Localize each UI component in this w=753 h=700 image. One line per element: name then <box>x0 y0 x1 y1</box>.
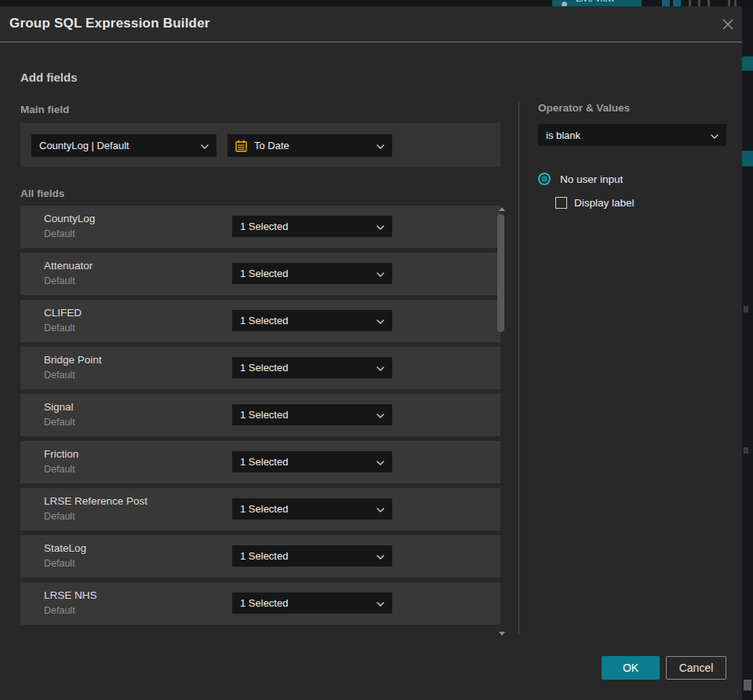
field-name: LRSE NHS <box>44 589 97 601</box>
toolbar-fragment <box>698 0 700 6</box>
screen: Live view Group SQL Expression Builder A… <box>0 0 753 700</box>
chevron-down-icon <box>376 315 384 326</box>
no-user-input-option[interactable]: No user input <box>538 173 623 185</box>
live-view-label: Live view <box>576 0 614 4</box>
field-values-select[interactable]: 1 Selected <box>232 545 392 567</box>
chevron-down-icon <box>376 362 384 374</box>
field-values-select-value: 1 Selected <box>240 409 376 421</box>
field-values-select-value: 1 Selected <box>240 315 376 326</box>
chevron-down-icon <box>201 140 209 151</box>
toolbar-fragment <box>734 0 737 6</box>
toolbar-fragment <box>728 0 730 6</box>
field-row: CLIFED Default 1 Selected <box>20 300 500 342</box>
field-row: Bridge Point Default 1 Selected <box>20 347 500 389</box>
field-row: Friction Default 1 Selected <box>20 441 500 483</box>
operator-select-value: is blank <box>546 129 711 141</box>
scroll-down-icon[interactable] <box>499 632 505 636</box>
chevron-down-icon <box>376 456 384 468</box>
date-type-select[interactable]: To Date <box>227 134 392 157</box>
field-values-select[interactable]: 1 Selected <box>232 498 392 520</box>
field-values-select[interactable]: 1 Selected <box>232 592 392 614</box>
field-values-select-value: 1 Selected <box>240 503 376 515</box>
ok-button[interactable]: OK <box>602 656 660 680</box>
all-fields-label: All fields <box>20 188 64 199</box>
field-name: CLIFED <box>44 307 82 319</box>
field-name: StateLog <box>44 542 86 554</box>
toolbar-fragment <box>673 0 681 6</box>
no-user-input-label: No user input <box>560 173 623 185</box>
field-row: CountyLog Default 1 Selected <box>20 206 500 248</box>
field-name: Bridge Point <box>44 354 102 366</box>
field-values-select[interactable]: 1 Selected <box>232 263 392 284</box>
radio-button-icon[interactable] <box>538 173 551 185</box>
panel-divider <box>518 102 519 634</box>
scrollbar-thumb[interactable] <box>497 214 504 332</box>
field-values-select-value: 1 Selected <box>240 221 376 232</box>
chevron-down-icon <box>711 129 718 141</box>
checkbox-icon[interactable] <box>555 197 567 209</box>
live-view-button[interactable]: Live view <box>552 0 642 6</box>
dialog-group-sql-expression-builder: Group SQL Expression Builder Add fields … <box>0 6 742 700</box>
field-row: Signal Default 1 Selected <box>20 394 500 436</box>
background-panel-edge <box>742 6 753 700</box>
display-label-text: Display label <box>574 197 635 209</box>
field-subtitle: Default <box>44 558 75 569</box>
main-field-select-value: CountyLog | Default <box>39 140 201 151</box>
panel-edge-fragment <box>742 151 753 166</box>
field-name: LRSE Reference Post <box>44 495 147 507</box>
add-fields-heading: Add fields <box>20 71 78 84</box>
calendar-icon <box>235 140 247 152</box>
field-values-select-value: 1 Selected <box>240 456 376 468</box>
field-values-select-value: 1 Selected <box>240 597 376 609</box>
toolbar-fragment <box>689 0 691 6</box>
field-subtitle: Default <box>44 417 75 428</box>
chevron-down-icon <box>376 409 384 421</box>
field-subtitle: Default <box>44 275 75 286</box>
field-row: StateLog Default 1 Selected <box>20 535 500 578</box>
display-label-option[interactable]: Display label <box>555 197 635 209</box>
field-values-select[interactable]: 1 Selected <box>232 404 392 425</box>
chevron-down-icon <box>376 221 384 232</box>
field-values-select-value: 1 Selected <box>240 362 376 374</box>
chevron-down-icon <box>376 503 384 515</box>
field-name: Attenuator <box>44 260 93 272</box>
field-name: CountyLog <box>44 213 95 224</box>
field-values-select[interactable]: 1 Selected <box>232 357 392 378</box>
fields-scrollbar[interactable] <box>497 207 507 636</box>
background-toolbar: Live view <box>0 0 753 6</box>
toolbar-fragment <box>708 0 710 6</box>
main-field-box: CountyLog | Default To Date <box>20 123 500 167</box>
dialog-title: Group SQL Expression Builder <box>9 16 210 31</box>
field-values-select[interactable]: 1 Selected <box>232 451 392 472</box>
all-fields-list: CountyLog Default 1 Selected Attenuator … <box>20 206 500 629</box>
panel-edge-fragment <box>744 306 748 312</box>
panel-edge-fragment <box>742 57 753 71</box>
cancel-button[interactable]: Cancel <box>666 656 726 680</box>
field-values-select-value: 1 Selected <box>240 268 376 279</box>
main-field-label: Main field <box>20 104 69 115</box>
scroll-up-icon[interactable] <box>499 207 505 211</box>
close-icon[interactable] <box>718 15 737 34</box>
operator-select[interactable]: is blank <box>538 124 726 146</box>
main-field-select[interactable]: CountyLog | Default <box>31 134 216 157</box>
field-subtitle: Default <box>44 605 75 616</box>
chevron-down-icon <box>376 550 384 562</box>
field-subtitle: Default <box>44 323 75 334</box>
date-type-select-value: To Date <box>254 140 376 151</box>
field-row: Attenuator Default 1 Selected <box>20 253 500 295</box>
panel-edge-fragment <box>744 447 748 454</box>
field-subtitle: Default <box>44 464 75 475</box>
field-name: Friction <box>44 448 78 460</box>
field-values-select[interactable]: 1 Selected <box>232 216 392 237</box>
field-subtitle: Default <box>44 511 75 522</box>
field-subtitle: Default <box>44 228 75 239</box>
chevron-down-icon <box>376 268 384 279</box>
toolbar-fragment <box>662 0 670 6</box>
field-values-select-value: 1 Selected <box>240 550 376 562</box>
operator-values-heading: Operator & Values <box>538 102 630 114</box>
field-values-select[interactable]: 1 Selected <box>232 310 392 331</box>
field-row: LRSE Reference Post Default 1 Selected <box>20 488 500 530</box>
panel-edge-fragment <box>744 680 751 691</box>
chevron-down-icon <box>376 140 384 151</box>
dialog-header: Group SQL Expression Builder <box>0 6 742 42</box>
